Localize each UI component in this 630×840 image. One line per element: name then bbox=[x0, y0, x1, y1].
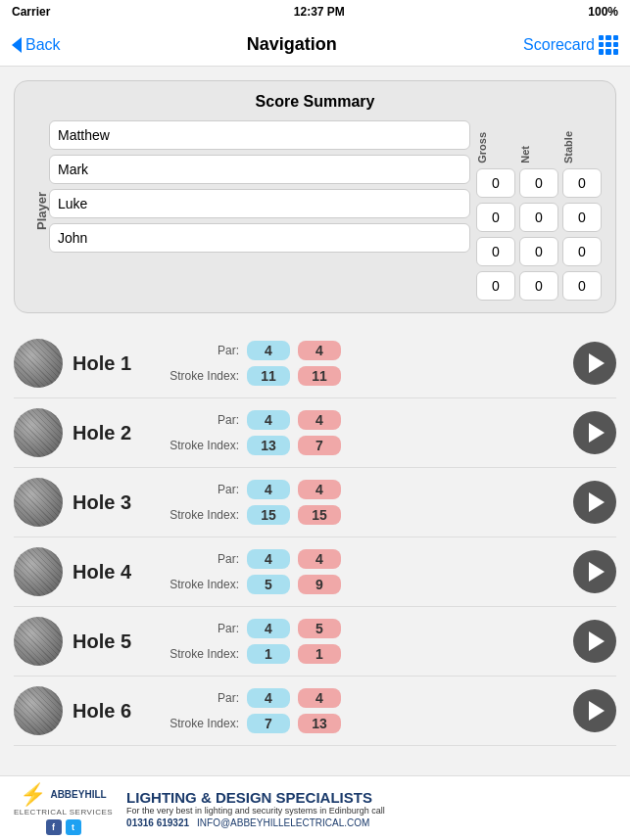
col-header-net: Net bbox=[519, 146, 558, 163]
score-gross: 0 bbox=[476, 271, 515, 301]
nav-bar: Back Navigation Scorecard bbox=[0, 23, 630, 67]
par-label: Par: bbox=[161, 344, 239, 357]
play-triangle-icon bbox=[589, 492, 605, 512]
player-name-input[interactable] bbox=[49, 223, 470, 253]
par-row: Par: 4 4 bbox=[161, 410, 563, 430]
ad-logo-sub: ELECTRICAL SERVICES bbox=[14, 808, 113, 817]
stroke-index-value-blue: 5 bbox=[247, 575, 290, 594]
stroke-index-label: Stroke Index: bbox=[161, 369, 239, 383]
hole-label: Hole 2 bbox=[73, 422, 151, 444]
score-summary-section: Score Summary Player Gross Net Stable 00… bbox=[0, 67, 630, 323]
score-stable: 0 bbox=[562, 237, 602, 266]
stroke-index-value-red: 7 bbox=[298, 436, 341, 455]
par-value-blue: 4 bbox=[247, 341, 290, 360]
par-value-red: 4 bbox=[298, 480, 341, 499]
hole-label: Hole 1 bbox=[73, 352, 151, 375]
scorecard-button[interactable]: Scorecard bbox=[523, 35, 618, 55]
stroke-index-label: Stroke Index: bbox=[161, 439, 239, 452]
ad-email: INFO@ABBEYHILLELECTRICAL.COM bbox=[197, 817, 369, 828]
back-button[interactable]: Back bbox=[12, 36, 61, 54]
score-net: 0 bbox=[519, 237, 558, 266]
play-button[interactable] bbox=[573, 620, 616, 663]
hole-item: Hole 2Par: 4 4Stroke Index: 13 7 bbox=[14, 398, 616, 468]
ad-logo: ⚡ ABBEYHILL ELECTRICAL SERVICES f t bbox=[14, 782, 113, 835]
par-value-red: 5 bbox=[298, 619, 341, 638]
hole-item: Hole 3Par: 4 4Stroke Index: 15 15 bbox=[14, 468, 616, 537]
carrier-text: Carrier bbox=[12, 5, 50, 19]
score-stable: 0 bbox=[562, 271, 602, 301]
score-gross: 0 bbox=[476, 237, 515, 266]
player-name-input[interactable] bbox=[49, 120, 470, 150]
facebook-icon[interactable]: f bbox=[46, 819, 62, 835]
golf-ball-icon bbox=[14, 339, 63, 388]
play-button[interactable] bbox=[573, 342, 616, 385]
holes-list: Hole 1Par: 4 4Stroke Index: 11 11Hole 2P… bbox=[0, 323, 630, 752]
score-summary-title: Score Summary bbox=[28, 93, 602, 111]
player-row bbox=[49, 155, 470, 184]
hole-details: Par: 4 5Stroke Index: 1 1 bbox=[161, 619, 563, 664]
grid-icon bbox=[599, 35, 618, 55]
hole-label: Hole 5 bbox=[73, 630, 151, 653]
stroke-index-label: Stroke Index: bbox=[161, 578, 239, 591]
par-row: Par: 4 4 bbox=[161, 688, 563, 708]
score-table: Player Gross Net Stable 000000000000 bbox=[28, 120, 602, 301]
stroke-index-value-blue: 15 bbox=[247, 505, 290, 525]
play-button[interactable] bbox=[573, 411, 616, 454]
back-label: Back bbox=[25, 36, 61, 54]
hole-label: Hole 3 bbox=[73, 491, 151, 514]
scorecard-label: Scorecard bbox=[523, 36, 595, 54]
par-value-red: 4 bbox=[298, 341, 341, 360]
play-button[interactable] bbox=[573, 689, 616, 732]
golf-ball-icon bbox=[14, 547, 63, 596]
player-row bbox=[49, 223, 470, 253]
ad-logo-name: ABBEYHILL bbox=[50, 789, 106, 800]
stroke-index-row: Stroke Index: 7 13 bbox=[161, 714, 563, 733]
par-value-blue: 4 bbox=[247, 688, 290, 708]
score-stable: 0 bbox=[562, 168, 602, 198]
par-row: Par: 4 4 bbox=[161, 480, 563, 499]
stroke-index-value-red: 9 bbox=[298, 575, 341, 594]
hole-label: Hole 4 bbox=[73, 561, 151, 583]
player-score-row: 000 bbox=[476, 203, 602, 232]
hole-item: Hole 4Par: 4 4Stroke Index: 5 9 bbox=[14, 537, 616, 607]
ad-subline: For the very best in lighting and securi… bbox=[126, 806, 616, 816]
hole-details: Par: 4 4Stroke Index: 15 15 bbox=[161, 480, 563, 525]
hole-details: Par: 4 4Stroke Index: 7 13 bbox=[161, 688, 563, 733]
score-summary-card: Score Summary Player Gross Net Stable 00… bbox=[14, 80, 616, 313]
player-score-row: 000 bbox=[476, 168, 602, 198]
time-text: 12:37 PM bbox=[294, 5, 345, 19]
score-stable: 0 bbox=[562, 203, 602, 232]
par-label: Par: bbox=[161, 413, 239, 427]
back-chevron-icon bbox=[12, 37, 22, 53]
par-row: Par: 4 4 bbox=[161, 341, 563, 360]
twitter-icon[interactable]: t bbox=[66, 819, 81, 835]
score-net: 0 bbox=[519, 271, 558, 301]
par-row: Par: 4 4 bbox=[161, 549, 563, 569]
col-header-gross: Gross bbox=[476, 132, 515, 163]
ad-contact: 01316 619321 INFO@ABBEYHILLELECTRICAL.CO… bbox=[126, 817, 616, 828]
hole-item: Hole 5Par: 4 5Stroke Index: 1 1 bbox=[14, 607, 616, 677]
play-button[interactable] bbox=[573, 550, 616, 593]
golf-ball-icon bbox=[14, 686, 63, 735]
golf-ball-icon bbox=[14, 408, 63, 457]
player-name-input[interactable] bbox=[49, 189, 470, 218]
score-gross: 0 bbox=[476, 168, 515, 198]
player-name-input[interactable] bbox=[49, 155, 470, 184]
par-row: Par: 4 5 bbox=[161, 619, 563, 638]
score-net: 0 bbox=[519, 203, 558, 232]
player-score-row: 000 bbox=[476, 271, 602, 301]
stroke-index-row: Stroke Index: 15 15 bbox=[161, 505, 563, 525]
player-column-label: Player bbox=[28, 120, 49, 301]
par-value-red: 4 bbox=[298, 688, 341, 708]
golf-ball-icon bbox=[14, 617, 63, 666]
play-triangle-icon bbox=[589, 701, 605, 721]
stroke-index-row: Stroke Index: 5 9 bbox=[161, 575, 563, 594]
par-label: Par: bbox=[161, 483, 239, 496]
status-bar: Carrier 12:37 PM 100% bbox=[0, 0, 630, 23]
par-label: Par: bbox=[161, 691, 239, 705]
play-triangle-icon bbox=[589, 423, 605, 443]
stroke-index-label: Stroke Index: bbox=[161, 508, 239, 522]
play-button[interactable] bbox=[573, 481, 616, 524]
stroke-index-row: Stroke Index: 1 1 bbox=[161, 644, 563, 664]
ad-logo-a-icon: ⚡ bbox=[20, 782, 46, 808]
